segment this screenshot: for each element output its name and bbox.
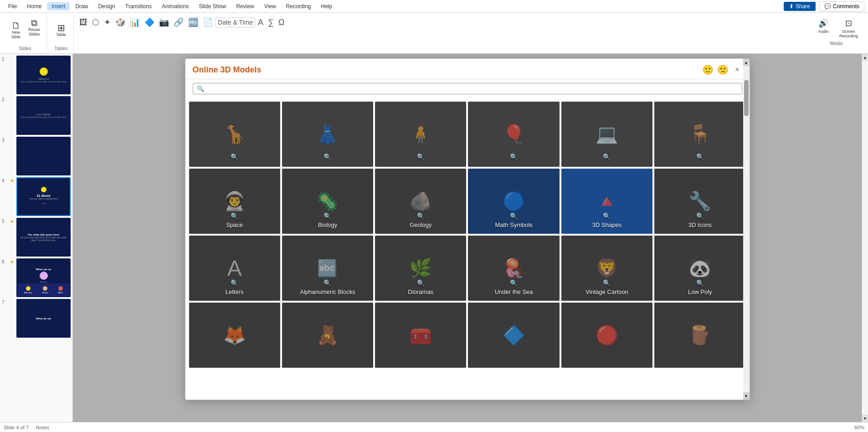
- zoom-level: 60%: [854, 425, 864, 430]
- text-box-icon[interactable]: 🔤: [186, 16, 200, 28]
- menu-animations[interactable]: Animations: [157, 2, 193, 10]
- menu-help[interactable]: Help: [316, 2, 337, 10]
- people-thumb: 🧍: [375, 102, 466, 167]
- model-card-math-symbols[interactable]: 🔵 🔍 Math Symbols: [468, 169, 559, 234]
- date-time-button[interactable]: Date & Time: [216, 17, 255, 27]
- status-bar: Slide 4 of 7 Notes 60%: [0, 422, 868, 432]
- main-scroll-up[interactable]: ▲: [862, 54, 868, 61]
- equation-icon[interactable]: ∑: [266, 17, 276, 28]
- online-3d-models-dialog: Online 3D Models 🙂 🙁 × 🔍: [185, 58, 750, 400]
- model-card-r4-3[interactable]: 🧰: [375, 303, 466, 368]
- charts-icon[interactable]: 📊: [128, 16, 142, 28]
- model-card-letters[interactable]: A 🔍 Letters: [189, 236, 280, 301]
- model-grid-row4: 🦊 🧸 🧰 🔷 🔴: [189, 303, 746, 368]
- word-art-icon[interactable]: A: [256, 17, 265, 28]
- reuse-slides-button[interactable]: ⧉ ReuseSlides: [26, 16, 43, 38]
- slide-thumb-4[interactable]: 4 ★ 01 About You can enter a subtitle he…: [2, 177, 71, 216]
- main-scrollbar: ▲ ▼: [862, 54, 868, 422]
- smartart-icon[interactable]: 🔷: [143, 16, 156, 28]
- menu-transitions[interactable]: Transitions: [121, 2, 156, 10]
- slide-img-7: What do we: [16, 299, 71, 338]
- symbol-icon[interactable]: Ω: [277, 17, 286, 28]
- model-card-laptops[interactable]: 💻 🔍: [561, 102, 652, 167]
- slide-thumb-5[interactable]: 5 ★ The slide title goes here! Do you kn…: [2, 218, 71, 257]
- model-card-biology[interactable]: 🦠 🔍 Biology: [282, 169, 373, 234]
- menu-review[interactable]: Review: [231, 2, 258, 10]
- menu-insert[interactable]: Insert: [47, 2, 70, 10]
- slide-thumb-3[interactable]: 3: [2, 137, 71, 175]
- 3d-models-icon[interactable]: 🎲: [113, 16, 127, 28]
- icons-icon[interactable]: ✦: [102, 16, 113, 28]
- model-card-people[interactable]: 🧍 🔍: [375, 102, 466, 167]
- dialog-actions: 🙂 🙁 ×: [702, 64, 742, 75]
- model-card-balloons[interactable]: 🎈 🔍: [468, 102, 559, 167]
- slide-info: Slide 4 of 7: [4, 425, 29, 430]
- notes-button[interactable]: Notes: [36, 425, 49, 430]
- screenshot-icon[interactable]: 📷: [157, 16, 171, 28]
- slide-star-5: ★: [10, 218, 15, 224]
- shapes-icon[interactable]: ⬡: [90, 16, 101, 28]
- menu-recording[interactable]: Recording: [282, 2, 316, 10]
- ribbon-insert-tools: 🖼 ⬡ ✦ 🎲 📊 🔷 📷 🔗 🔤 📄 Date & Time A ∑ Ω: [76, 15, 288, 28]
- screen-recording-button[interactable]: ⊡ ScreenRecording: [837, 16, 861, 40]
- model-card-r4-2[interactable]: 🧸: [282, 303, 373, 368]
- r4-3-thumb: 🧰: [375, 303, 466, 368]
- model-card-3d-shapes[interactable]: 🔺 🔍 3D Shapes: [561, 169, 652, 234]
- slide-img-6: What set us Mercury Mercury is the close…: [16, 258, 71, 297]
- dialog-overlay: Online 3D Models 🙂 🙁 × 🔍: [73, 54, 862, 422]
- menu-design[interactable]: Design: [93, 2, 119, 10]
- model-card-under-sea[interactable]: 🪼 🔍 Under the Sea: [468, 236, 559, 301]
- model-card-space[interactable]: 👨‍🚀 🔍 Space: [189, 169, 280, 234]
- slide-star-7: [10, 299, 15, 305]
- menu-home[interactable]: Home: [22, 2, 46, 10]
- dialog-close-button[interactable]: ×: [732, 65, 742, 75]
- model-card-3d-icons[interactable]: 🔧 🔍 3D Icons: [654, 169, 745, 234]
- slide-thumb-2[interactable]: 2 Our Clients You can describe the topic…: [2, 96, 71, 135]
- model-card-r4-1[interactable]: 🦊: [189, 303, 280, 368]
- menu-file[interactable]: File: [4, 2, 21, 10]
- reuse-slides-icon: ⧉: [31, 18, 37, 27]
- slide-thumb-7[interactable]: 7 What do we: [2, 299, 71, 338]
- model-card-furniture[interactable]: 🪑 🔍: [654, 102, 745, 167]
- model-card-fashion[interactable]: 👗 🔍: [282, 102, 373, 167]
- menu-view[interactable]: View: [260, 2, 281, 10]
- pictures-icon[interactable]: 🖼: [77, 17, 89, 28]
- share-button[interactable]: ⬆ Share: [784, 2, 816, 11]
- table-button[interactable]: ⊞ Table: [52, 16, 70, 44]
- model-card-vintage-cartoon[interactable]: 🦁 🔍 Vintage Cartoon: [561, 236, 652, 301]
- comments-button[interactable]: 💬 Comments: [819, 1, 864, 11]
- main-scroll-down[interactable]: ▼: [862, 415, 868, 422]
- model-card-r4-4[interactable]: 🔷: [468, 303, 559, 368]
- header-footer-icon[interactable]: 📄: [201, 16, 215, 28]
- dialog-search-area: 🔍: [185, 79, 750, 98]
- model-card-geology[interactable]: 🪨 🔍 Geology: [375, 169, 466, 234]
- search-input[interactable]: [206, 85, 738, 92]
- slide-num-3: 3: [2, 137, 8, 143]
- ribbon-group-tables: ⊞ Table Tables: [49, 15, 74, 51]
- model-card-r4-5[interactable]: 🔴: [561, 303, 652, 368]
- model-card-alphanumeric[interactable]: 🔤 🔍 Alphanumeric Blocks: [282, 236, 373, 301]
- ribbon-media-label: Media: [812, 41, 861, 46]
- scroll-thumb[interactable]: [744, 80, 749, 116]
- reuse-slides-label: ReuseSlides: [28, 27, 40, 36]
- table-icon: ⊞: [57, 23, 65, 32]
- new-slide-button[interactable]: 🗋 NewSlide: [7, 16, 25, 44]
- links-icon[interactable]: 🔗: [172, 16, 185, 28]
- geology-thumb: 🪨: [375, 169, 466, 234]
- slide-thumb-6[interactable]: 6 ★ What set us Mercury Mercury is the c…: [2, 258, 71, 297]
- positive-feedback-button[interactable]: 🙂: [702, 64, 714, 75]
- ribbon-slides-label: Slides: [19, 46, 31, 51]
- menu-slideshow[interactable]: Slide Show: [194, 2, 231, 10]
- model-card-animals[interactable]: 🦒 🔍: [189, 102, 280, 167]
- scroll-up-button[interactable]: ▲: [743, 59, 750, 66]
- menu-draw[interactable]: Draw: [71, 2, 92, 10]
- model-card-r4-6[interactable]: 🪵: [654, 303, 745, 368]
- scroll-down-button[interactable]: ▼: [743, 392, 750, 400]
- slide-thumb-1[interactable]: 1 About us You can describe the topic of…: [2, 56, 71, 94]
- model-card-dioramas[interactable]: 🌿 🔍 Dioramas: [375, 236, 466, 301]
- screen-recording-icon: ⊡: [845, 18, 852, 28]
- audio-button[interactable]: 🔊 Audio: [812, 16, 835, 36]
- negative-feedback-button[interactable]: 🙁: [717, 64, 729, 75]
- model-card-low-poly[interactable]: 🐼 🔍 Low Poly: [654, 236, 745, 301]
- ribbon-tables-label: Tables: [55, 46, 68, 51]
